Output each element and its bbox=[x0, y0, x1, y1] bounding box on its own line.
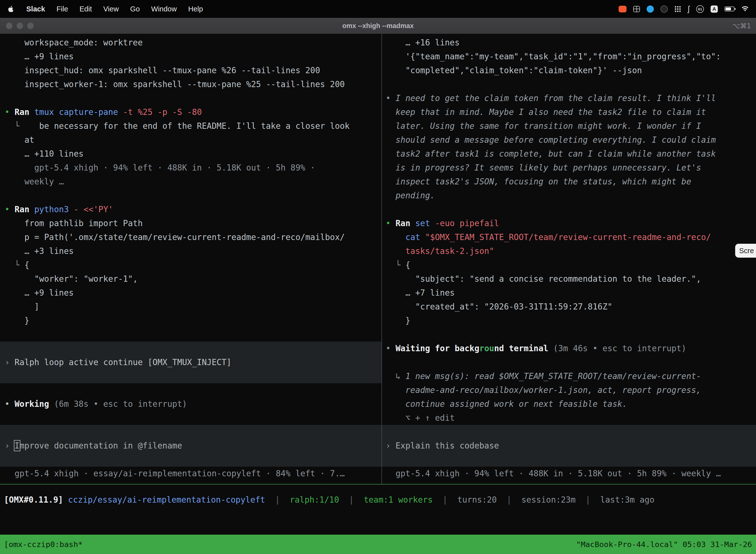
text-segment: … +9 lines bbox=[5, 52, 74, 61]
text-segment: cat bbox=[405, 232, 425, 242]
terminal-line: inspect task2's JSON, focusing on the st… bbox=[382, 175, 756, 189]
terminal-line: • Ran set -euo pipefail bbox=[382, 216, 756, 230]
status-segment: session:23m bbox=[521, 495, 576, 505]
text-segment: └ bbox=[386, 260, 405, 270]
text-segment: Explain this codebase bbox=[396, 441, 499, 450]
menu-edit[interactable]: Edit bbox=[80, 5, 92, 13]
terminal-line: … +16 lines bbox=[382, 36, 756, 50]
text-segment: be necessary for the end of the README. … bbox=[39, 121, 350, 131]
terminal-line bbox=[0, 411, 381, 425]
text-segment: at bbox=[5, 135, 34, 145]
menu-help[interactable]: Help bbox=[188, 5, 203, 13]
terminal-line bbox=[382, 453, 756, 466]
terminal-line: "subject": "send a concise recommendatio… bbox=[382, 272, 756, 286]
keyboard-layout-icon[interactable]: A bbox=[711, 5, 718, 13]
terminal-line: continue assigned work or next feasible … bbox=[382, 397, 756, 411]
text-segment: (6m 38s • esc to interrupt) bbox=[49, 399, 187, 409]
text-segment: • bbox=[5, 107, 15, 117]
swift-app-icon[interactable] bbox=[647, 5, 654, 13]
text-segment: ⌥ + ↑ edit bbox=[386, 413, 455, 423]
status-segment: | bbox=[576, 495, 600, 505]
terminal-line: keep that in mind. Maybe I also need the… bbox=[382, 105, 756, 119]
badge-61-icon[interactable]: 61 bbox=[696, 5, 704, 13]
terminal: workspace_mode: worktree … +9 lines insp… bbox=[0, 34, 756, 554]
text-segment: is in progress? It seems likely but perh… bbox=[386, 163, 701, 172]
menu-file[interactable]: File bbox=[57, 5, 68, 13]
prompt-input[interactable]: › Ralph loop active continue [OMX_TMUX_I… bbox=[0, 355, 381, 369]
window-controls bbox=[6, 22, 34, 29]
text-segment: weekly … bbox=[5, 177, 64, 186]
prompt-input[interactable]: › Improve documentation in @filename bbox=[0, 439, 381, 453]
text-segment: • bbox=[386, 218, 396, 228]
status-segment: cczip/essay/ai-reimplementation-copyleft bbox=[68, 495, 265, 505]
text-segment: 1 new msg(s): read $OMX_TEAM_STATE_ROOT/… bbox=[405, 371, 701, 381]
text-segment bbox=[386, 232, 405, 242]
menu-bar: SlackFileEditViewGoWindowHelp ʃ61A bbox=[0, 0, 756, 18]
window-shortcut-hint: ⌥⌘1 bbox=[733, 22, 751, 30]
text-segment: • bbox=[386, 343, 396, 353]
text-segment: should send a message before completing … bbox=[386, 135, 716, 145]
terminal-line bbox=[0, 383, 381, 397]
terminal-line: inspect_hud: omx sparkshell --tmux-pane … bbox=[0, 63, 381, 77]
apple-menu-icon[interactable] bbox=[7, 5, 15, 13]
terminal-line: gpt-5.4 xhigh · essay/ai-reimplementatio… bbox=[0, 466, 381, 481]
text-segment: ↳ bbox=[386, 371, 405, 381]
menu-view[interactable]: View bbox=[104, 5, 119, 13]
text-segment: "created_at": "2026-03-31T11:59:27.816Z" bbox=[386, 302, 612, 312]
terminal-line: inspect_worker-1: omx sparkshell --tmux-… bbox=[0, 77, 381, 91]
terminal-line: └ { bbox=[0, 258, 381, 272]
terminal-line bbox=[0, 453, 381, 466]
minimize-button[interactable] bbox=[17, 22, 23, 29]
screen-recording-icon[interactable] bbox=[619, 6, 627, 12]
terminal-line: ⌥ + ↑ edit bbox=[382, 411, 756, 425]
status-segment: team:1 workers bbox=[364, 495, 433, 505]
terminal-line bbox=[0, 91, 381, 105]
terminal-line: "created_at": "2026-03-31T11:59:27.816Z" bbox=[382, 300, 756, 314]
text-segment: readme-and-reco/mailbox/worker-1.json, a… bbox=[386, 385, 701, 395]
text-segment: "$OMX_TEAM_STATE_ROOT/team/review-curren… bbox=[425, 232, 711, 242]
terminal-line: └ { bbox=[382, 258, 756, 272]
terminal-line: ↳ 1 new msg(s): read $OMX_TEAM_STATE_ROO… bbox=[382, 369, 756, 383]
pane-bottom-border bbox=[0, 484, 756, 485]
terminal-line: } bbox=[382, 314, 756, 328]
terminal-line: tasks/task-2.json" bbox=[382, 244, 756, 258]
text-segment: Ran bbox=[396, 218, 415, 228]
terminal-line: … +110 lines bbox=[0, 147, 381, 161]
text-segment: Working bbox=[15, 399, 49, 409]
zoom-button[interactable] bbox=[27, 22, 34, 29]
wifi-icon[interactable] bbox=[741, 6, 749, 12]
text-segment: { bbox=[405, 260, 410, 270]
text-segment: nd terminal bbox=[494, 343, 548, 353]
text-segment: '{"team_name":"my-team","task_id":"1","f… bbox=[386, 52, 721, 61]
battery-icon[interactable] bbox=[724, 6, 735, 11]
screen-share-overlay-button[interactable]: Scre bbox=[735, 244, 756, 258]
dark-app-icon[interactable] bbox=[660, 5, 668, 13]
dots-grid-icon[interactable] bbox=[674, 6, 681, 12]
screen: SlackFileEditViewGoWindowHelp ʃ61A omx -… bbox=[0, 0, 756, 554]
text-segment: "worker": "worker-1", bbox=[5, 274, 138, 284]
menu-go[interactable]: Go bbox=[130, 5, 140, 13]
tmux-pane-right: … +16 lines '{"team_name":"my-team","tas… bbox=[382, 36, 756, 481]
terminal-line: ] bbox=[0, 300, 381, 314]
text-segment: └ bbox=[5, 121, 39, 131]
terminal-line: … +9 lines bbox=[0, 286, 381, 300]
window-grid-icon[interactable] bbox=[633, 6, 640, 12]
terminal-line bbox=[382, 328, 756, 341]
text-segment: (3m 46s • esc to interrupt) bbox=[548, 343, 686, 353]
text-segment: I bbox=[15, 441, 19, 450]
text-segment: … +16 lines bbox=[386, 38, 460, 47]
text-segment: … +3 lines bbox=[5, 246, 74, 256]
terminal-line: is in progress? It seems likely but perh… bbox=[382, 161, 756, 175]
hook-icon[interactable]: ʃ bbox=[688, 4, 690, 13]
close-button[interactable] bbox=[6, 22, 12, 29]
text-segment: Ran bbox=[15, 107, 34, 117]
text-segment: -t %25 -p -S -80 bbox=[118, 107, 202, 117]
text-segment: pending. bbox=[386, 190, 435, 200]
text-segment: I need to get the claim token from the c… bbox=[396, 93, 716, 103]
menu-slack[interactable]: Slack bbox=[26, 5, 45, 13]
menu-window[interactable]: Window bbox=[151, 5, 177, 13]
prompt-input[interactable]: › Explain this codebase bbox=[382, 439, 756, 453]
text-segment: └ bbox=[5, 260, 24, 270]
text-segment: tmux capture-pane bbox=[34, 107, 118, 117]
text-segment: "subject": "send a concise recommendatio… bbox=[386, 274, 701, 284]
